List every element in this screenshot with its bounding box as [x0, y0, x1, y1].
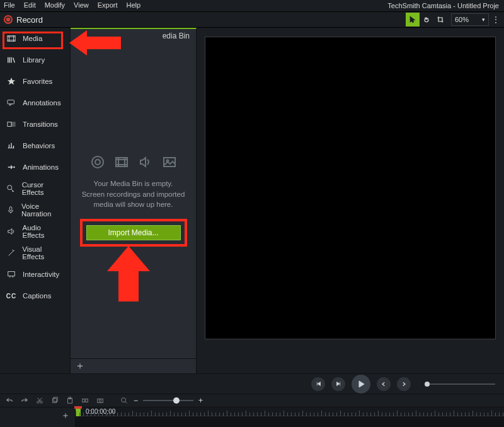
- sidebar-item-transitions[interactable]: Transitions: [0, 114, 70, 135]
- annotation-icon: [6, 98, 16, 108]
- sidebar-item-cursor-effects[interactable]: Cursor Effects: [0, 178, 70, 199]
- sidebar-item-label: Captions: [23, 292, 51, 300]
- image-clip-icon: [162, 155, 177, 170]
- record-row: Record 60% ▾ ⋮: [0, 11, 504, 28]
- step-forward-button[interactable]: [377, 377, 391, 391]
- media-bin-panel: edia Bin Your Media Bin is empty. Screen…: [71, 28, 197, 373]
- sidebar-item-label: Visual Effects: [22, 245, 64, 260]
- prev-clip-button[interactable]: [311, 377, 325, 391]
- chevron-down-icon: ▾: [482, 16, 485, 23]
- kebab-icon: ⋮: [492, 18, 500, 21]
- svg-rect-19: [83, 399, 84, 402]
- sidebar-item-label: Favorites: [23, 78, 52, 85]
- menu-help[interactable]: Help: [127, 1, 141, 10]
- undo-button[interactable]: [5, 396, 14, 405]
- animations-icon: [6, 162, 16, 172]
- interactivity-icon: [6, 269, 16, 279]
- next-clip-button[interactable]: [397, 377, 411, 391]
- menu-view[interactable]: View: [74, 1, 89, 10]
- canvas-context-button[interactable]: ⋮: [491, 13, 500, 26]
- redo-button[interactable]: [20, 396, 29, 405]
- add-media-button[interactable]: ＋: [74, 361, 86, 372]
- sidebar-item-audio-effects[interactable]: Audio Effects: [0, 221, 70, 242]
- cut-button[interactable]: [35, 396, 44, 405]
- zoom-out-button[interactable]: −: [134, 396, 138, 405]
- sidebar-item-media[interactable]: Media: [0, 28, 70, 49]
- timeline: ＋ 0:00:00;00: [0, 407, 504, 427]
- video-clip-icon: [114, 155, 129, 170]
- svg-rect-6: [9, 207, 12, 211]
- frame-back-icon: [336, 381, 341, 387]
- tools-sidebar: Media Library Favorites Annotations Tran…: [0, 28, 71, 373]
- sidebar-item-label: Library: [23, 56, 45, 64]
- volume-slider[interactable]: [426, 383, 495, 385]
- svg-point-9: [95, 160, 100, 165]
- skip-back-icon: [316, 381, 321, 387]
- menu-export[interactable]: Export: [98, 1, 118, 10]
- svg-point-22: [99, 400, 101, 402]
- copy-button[interactable]: [50, 396, 59, 405]
- zoom-in-button[interactable]: +: [198, 396, 203, 405]
- sidebar-item-label: Audio Effects: [23, 224, 64, 239]
- sidebar-item-captions[interactable]: CC Captions: [0, 285, 70, 307]
- sidebar-item-animations[interactable]: Animations: [0, 156, 70, 178]
- sidebar-item-visual-effects[interactable]: Visual Effects: [0, 242, 70, 264]
- timeline-zoom-slider[interactable]: [143, 400, 193, 401]
- screenshot-button[interactable]: [96, 396, 105, 405]
- svg-point-5: [8, 185, 12, 190]
- sidebar-item-label: Voice Narration: [21, 202, 64, 218]
- play-button[interactable]: [352, 375, 370, 394]
- timeline-ruler-area[interactable]: 0:00:00;00: [76, 407, 504, 427]
- sidebar-item-annotations[interactable]: Annotations: [0, 92, 70, 114]
- step-back-button[interactable]: [331, 377, 345, 391]
- playback-controls: [0, 373, 504, 394]
- cc-icon: CC: [6, 291, 16, 301]
- split-button[interactable]: [81, 396, 89, 405]
- crop-mode-button[interactable]: [433, 13, 447, 26]
- timeline-tracks-header: ＋: [0, 407, 76, 427]
- timeline-ruler[interactable]: 0:00:00;00: [76, 407, 504, 416]
- media-bin-empty-text: Your Media Bin is empty. Screen recordin…: [82, 178, 185, 210]
- menu-modify[interactable]: Modify: [45, 1, 65, 10]
- timeline-zoom: − +: [120, 396, 203, 405]
- mic-icon: [6, 205, 15, 215]
- canvas-frame[interactable]: [205, 37, 496, 339]
- menu-edit[interactable]: Edit: [24, 1, 36, 10]
- wand-icon: [6, 248, 16, 258]
- magnifier-icon: [120, 396, 129, 405]
- edit-mode-button[interactable]: [406, 13, 420, 26]
- library-icon: [6, 55, 16, 65]
- menu-file[interactable]: File: [4, 1, 15, 10]
- add-track-button[interactable]: ＋: [61, 410, 70, 421]
- sidebar-item-label: Behaviors: [23, 142, 55, 149]
- hand-icon: [423, 16, 430, 23]
- record-icon: [4, 15, 13, 24]
- svg-point-8: [92, 156, 103, 168]
- svg-rect-15: [53, 399, 57, 403]
- paste-button[interactable]: [66, 396, 74, 405]
- sidebar-item-behaviors[interactable]: Behaviors: [0, 135, 70, 156]
- cursor-arrow-icon: [409, 16, 416, 23]
- sidebar-item-library[interactable]: Library: [0, 49, 70, 71]
- canvas-tools: 60% ▾ ⋮: [406, 13, 500, 26]
- chevron-left-icon: [381, 382, 386, 387]
- record-button[interactable]: Record: [4, 15, 43, 25]
- pan-mode-button[interactable]: [420, 13, 433, 26]
- import-media-button[interactable]: Import Media...: [86, 225, 181, 240]
- svg-point-4: [13, 167, 15, 168]
- audio-clip-icon: [138, 155, 153, 170]
- canvas-zoom-select[interactable]: 60% ▾: [451, 13, 489, 26]
- sidebar-item-label: Interactivity: [23, 271, 59, 278]
- tutorial-highlight-import: Import Media...: [80, 219, 187, 247]
- svg-rect-2: [8, 122, 11, 127]
- sidebar-item-voice-narration[interactable]: Voice Narration: [0, 199, 70, 221]
- sidebar-item-interactivity[interactable]: Interactivity: [0, 264, 70, 285]
- svg-rect-3: [11, 122, 15, 127]
- play-icon: [357, 380, 365, 389]
- sidebar-item-favorites[interactable]: Favorites: [0, 71, 70, 92]
- plus-icon: ＋: [75, 360, 85, 373]
- cursor-effects-icon: [6, 184, 16, 194]
- window-title: TechSmith Camtasia - Untitled Proje: [387, 0, 499, 11]
- sidebar-item-label: Cursor Effects: [22, 181, 64, 196]
- svg-rect-7: [8, 272, 15, 276]
